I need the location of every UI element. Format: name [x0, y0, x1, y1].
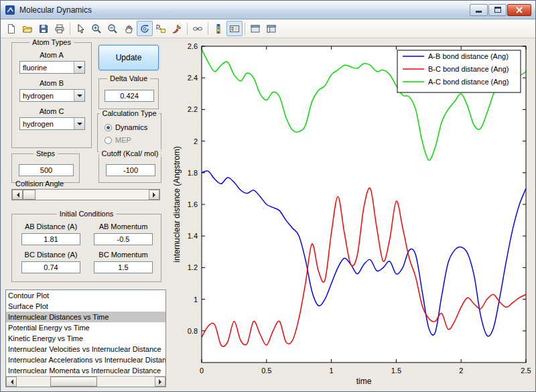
new-figure-icon: [6, 23, 17, 34]
toolbar-new-figure[interactable]: [3, 21, 19, 36]
window-icon: [5, 5, 15, 15]
close-button[interactable]: [507, 4, 531, 16]
toolbar-show-plot-tools[interactable]: [263, 21, 279, 36]
y-tick-label: 1.8: [188, 169, 198, 177]
legend-icon: [229, 23, 240, 34]
titlebar[interactable]: Molecular Dynamics: [1, 1, 535, 19]
atom-c-select[interactable]: hydrogen: [19, 117, 85, 130]
y-tick-label: 2: [194, 137, 198, 145]
steps-field[interactable]: 500: [19, 164, 74, 176]
list-item[interactable]: Internuclear Distances vs Time: [6, 312, 165, 322]
x-tick-label: 1: [330, 367, 334, 375]
toolbar-rotate-3d[interactable]: [137, 21, 153, 36]
cutoff-field[interactable]: -100: [106, 164, 155, 176]
toolbar-separator: [208, 23, 208, 35]
colorbar-icon: [213, 23, 224, 34]
plot-type-listbox[interactable]: Contour Plot Surface Plot Internuclear D…: [5, 289, 166, 387]
maximize-icon: [494, 7, 501, 13]
toolbar-print-figure[interactable]: [52, 21, 68, 36]
x-axis-label: time: [356, 377, 372, 386]
legend[interactable]: A-B bond distance (Ang)B-C bond distance…: [397, 50, 521, 92]
slider-left-arrow-icon[interactable]: [12, 190, 23, 200]
chevron-down-icon[interactable]: [74, 90, 84, 101]
toolbar-insert-legend[interactable]: [226, 21, 243, 36]
atom-a-select[interactable]: fluorine: [19, 61, 85, 74]
cutoff-panel: Cutoff (Kcal/ mol) -100: [98, 153, 161, 183]
hide-plot-tools-icon: [250, 23, 261, 34]
chart-region: 00.511.522.50.811.21.41.61.822.22.42.6ti…: [171, 38, 536, 392]
list-item[interactable]: Potential Energy vs Time: [6, 322, 165, 333]
bc-distance-field[interactable]: 0.74: [21, 261, 80, 273]
collision-angle-slider[interactable]: [11, 189, 160, 200]
initial-conditions-panel: Initial Conditions AB Distance (A) AB Mo…: [11, 214, 161, 282]
toolbar-hide-plot-tools[interactable]: [247, 21, 263, 36]
open-folder-icon: [22, 23, 33, 34]
plot-canvas[interactable]: 00.511.522.50.811.21.41.61.822.22.42.6ti…: [171, 38, 536, 392]
update-button[interactable]: Update: [98, 45, 159, 70]
toolbar-separator: [245, 23, 245, 35]
bc-distance-label: BC Distance (A): [15, 251, 87, 259]
x-tick-label: 0: [200, 367, 204, 375]
x-tick-label: 2: [459, 367, 463, 375]
ab-momentum-label: AB Momentum: [87, 222, 159, 231]
legend-label-1: B-C bond distance (Ang): [428, 65, 509, 73]
slider-thumb[interactable]: [23, 190, 36, 200]
list-item[interactable]: Internuclear Velocities vs Internuclear …: [6, 344, 165, 354]
toolbar-data-cursor[interactable]: [153, 21, 169, 36]
toolbar-save-figure[interactable]: [36, 21, 52, 36]
toolbar-zoom-in[interactable]: [88, 21, 105, 36]
toolbar-separator: [70, 23, 70, 35]
delta-value-panel: Delta Value 0.424: [98, 78, 159, 109]
chevron-down-icon[interactable]: [74, 118, 84, 129]
scrollbar-left-arrow-icon[interactable]: [6, 377, 17, 387]
radio-mep[interactable]: MEP: [105, 136, 131, 144]
maximize-button[interactable]: [488, 4, 507, 16]
atom-b-label: Atom B: [12, 79, 91, 87]
ab-momentum-field[interactable]: -0.5: [94, 233, 153, 245]
list-item[interactable]: Internuclear Accelerations vs Internucle…: [6, 354, 165, 365]
save-floppy-icon: [38, 23, 49, 34]
atom-b-select[interactable]: hydrogen: [19, 89, 85, 102]
radio-dynamics[interactable]: Dynamics: [105, 123, 147, 131]
listbox-horizontal-scrollbar[interactable]: [6, 376, 165, 387]
slider-right-arrow-icon[interactable]: [149, 190, 159, 200]
list-item[interactable]: Internuclear Momenta vs Internuclear Dis…: [6, 365, 165, 376]
toolbar-link-plot[interactable]: [190, 21, 206, 36]
y-tick-label: 1.6: [188, 200, 198, 208]
cutoff-title: Cutoff (Kcal/ mol): [99, 149, 161, 157]
arrow-cursor-icon: [75, 23, 86, 34]
x-tick-label: 2.5: [521, 367, 531, 375]
minimize-icon: [476, 7, 482, 13]
zoom-in-icon: [91, 23, 102, 34]
y-tick-label: 2.2: [188, 105, 198, 113]
rotate-3d-icon: [139, 23, 150, 34]
legend-label-2: A-C bond distance (Ang): [428, 78, 509, 86]
toolbar-zoom-out[interactable]: [105, 21, 121, 36]
figure-toolbar: [1, 19, 535, 38]
scrollbar-thumb[interactable]: [50, 377, 97, 387]
radio-dynamics-label: Dynamics: [115, 123, 147, 131]
bc-momentum-field[interactable]: 1.5: [94, 261, 153, 273]
toolbar-insert-colorbar[interactable]: [210, 21, 226, 36]
app-window: Molecular Dynamics: [0, 0, 536, 392]
list-item[interactable]: Contour Plot: [6, 290, 165, 301]
y-axis-label: internuclear distance (Angstrom): [172, 146, 182, 262]
delta-value-field[interactable]: 0.424: [105, 90, 154, 102]
list-item[interactable]: Surface Plot: [6, 301, 165, 312]
toolbar-pan[interactable]: [121, 21, 137, 36]
chevron-down-icon[interactable]: [74, 62, 84, 73]
minimize-button[interactable]: [470, 4, 488, 16]
atom-types-title: Atom Types: [29, 38, 74, 46]
plot-area: [202, 46, 526, 363]
radio-dot: [105, 124, 112, 131]
legend-label-0: A-B bond distance (Ang): [428, 52, 509, 60]
toolbar-brush[interactable]: [169, 21, 185, 36]
atom-c-label: Atom C: [12, 107, 91, 115]
toolbar-open-file[interactable]: [19, 21, 36, 36]
toolbar-separator: [187, 23, 188, 35]
ab-distance-field[interactable]: 1.81: [21, 233, 80, 245]
y-tick-label: 1.4: [188, 232, 198, 240]
list-item[interactable]: Kinetic Energy vs Time: [6, 333, 165, 344]
toolbar-edit-plot[interactable]: [72, 21, 88, 36]
scrollbar-right-arrow-icon[interactable]: [155, 377, 165, 387]
